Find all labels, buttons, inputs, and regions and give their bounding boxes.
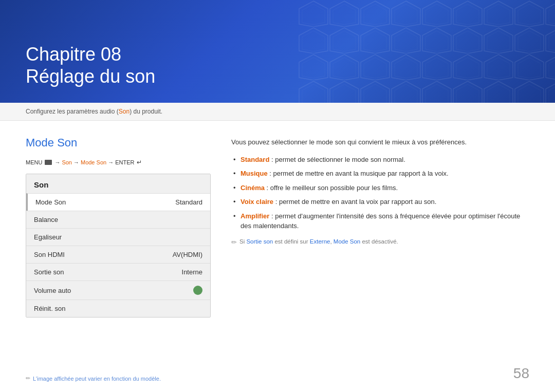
- right-column: Vous pouvez sélectionner le mode son qui…: [231, 136, 529, 379]
- footer-note: ✏ L'image affichée peut varier en foncti…: [26, 375, 161, 382]
- list-item-cinema: Cinéma : offre le meilleur son possible …: [231, 183, 529, 193]
- item-label-volume-auto: Volume auto: [34, 287, 71, 294]
- footer-note-text: L'image affichée peut varier en fonction…: [33, 376, 161, 382]
- header-decoration: [298, 0, 555, 103]
- item-value-son-hdmi: AV(HDMI): [173, 251, 202, 258]
- header-content: Chapitre 08 Réglage du son: [26, 43, 155, 87]
- desc-cinema: : offre le meilleur son possible pour le…: [265, 184, 398, 192]
- right-intro: Vous pouvez sélectionner le mode son qui…: [231, 137, 529, 147]
- right-note: ✏ Si Sortie son est défini sur Externe, …: [231, 238, 529, 246]
- item-label-sortie-son: Sortie son: [34, 268, 64, 276]
- item-label-son-hdmi: Son HDMI: [34, 251, 65, 258]
- menu-item-mode-son[interactable]: Mode Son Standard: [26, 193, 210, 211]
- path-mode-son: Mode Son: [81, 159, 106, 165]
- chapter-label: Chapitre 08: [26, 43, 155, 65]
- page-title: Réglage du son: [26, 65, 155, 87]
- menu-item-balance[interactable]: Balance: [26, 211, 210, 228]
- bullet-list: Standard : permet de sélectionner le mod…: [231, 155, 529, 231]
- desc-musique: : permet de mettre en avant la musique p…: [268, 170, 449, 177]
- term-voix-claire: Voix claire: [240, 198, 273, 206]
- menu-item-sortie-son[interactable]: Sortie son Interne: [26, 263, 210, 281]
- menu-box-header: Son: [26, 174, 210, 193]
- menu-item-volume-auto[interactable]: Volume auto: [26, 281, 210, 300]
- item-label-balance: Balance: [34, 216, 58, 223]
- page-header: Chapitre 08 Réglage du son: [0, 0, 555, 103]
- path-enter: ENTER: [115, 159, 134, 165]
- main-content: Mode Son MENU → Son → Mode Son → ENTER ↵…: [0, 121, 555, 389]
- arrow3: →: [108, 159, 114, 165]
- note-externe: Externe: [310, 238, 330, 245]
- list-item-standard: Standard : permet de sélectionner le mod…: [231, 155, 529, 165]
- desc-amplifier: : permet d'augmenter l'intensité des son…: [240, 212, 520, 230]
- term-cinema: Cinéma: [240, 184, 265, 192]
- menu-box: Son Mode Son Standard Balance Egaliseur …: [26, 174, 211, 318]
- desc-standard: : permet de sélectionner le mode son nor…: [269, 156, 405, 163]
- list-item-voix-claire: Voix claire : permet de mettre en avant …: [231, 197, 529, 207]
- item-value-sortie-son: Interne: [182, 268, 202, 276]
- enter-icon: ↵: [137, 159, 142, 166]
- item-label-mode-son: Mode Son: [35, 198, 66, 206]
- note-sortie-son: Sortie son: [246, 238, 273, 245]
- page-number: 58: [513, 365, 529, 382]
- list-item-amplifier: Amplifier : permet d'augmenter l'intensi…: [231, 211, 529, 231]
- subtitle-text-after: ) du produit.: [130, 108, 162, 115]
- note-mode-son: Mode Son: [334, 238, 360, 245]
- footer-pencil-icon: ✏: [26, 375, 30, 382]
- arrow2: →: [73, 159, 79, 165]
- menu-path: MENU → Son → Mode Son → ENTER ↵: [26, 159, 211, 166]
- list-item-musique: Musique : permet de mettre en avant la m…: [231, 169, 529, 179]
- subtitle-bar: Configurez les paramètres audio (Son) du…: [0, 103, 555, 121]
- menu-item-egaliseur[interactable]: Egaliseur: [26, 228, 210, 246]
- path-son: Son: [62, 159, 72, 165]
- menu-label: MENU: [26, 159, 42, 165]
- note-text: Si Sortie son est défini sur Externe, Mo…: [239, 238, 398, 245]
- item-value-mode-son: Standard: [175, 198, 202, 206]
- term-musique: Musique: [240, 170, 268, 177]
- menu-icon-box: [45, 160, 52, 165]
- term-standard: Standard: [240, 156, 269, 163]
- item-label-reinit-son: Réinit. son: [34, 305, 65, 312]
- subtitle-son-link: Son: [119, 108, 130, 115]
- menu-item-reinit-son[interactable]: Réinit. son: [26, 300, 210, 317]
- item-label-egaliseur: Egaliseur: [34, 233, 62, 241]
- pencil-icon: ✏: [231, 238, 237, 246]
- toggle-volume-auto[interactable]: [193, 286, 202, 295]
- menu-item-son-hdmi[interactable]: Son HDMI AV(HDMI): [26, 246, 210, 263]
- desc-voix-claire: : permet de mettre en avant la voix par …: [273, 198, 436, 206]
- left-column: Mode Son MENU → Son → Mode Son → ENTER ↵…: [26, 136, 211, 379]
- section-title: Mode Son: [26, 136, 211, 150]
- subtitle-text-before: Configurez les paramètres audio (: [26, 108, 119, 115]
- arrow1: →: [54, 159, 60, 165]
- term-amplifier: Amplifier: [240, 212, 269, 220]
- svg-rect-2: [298, 0, 555, 103]
